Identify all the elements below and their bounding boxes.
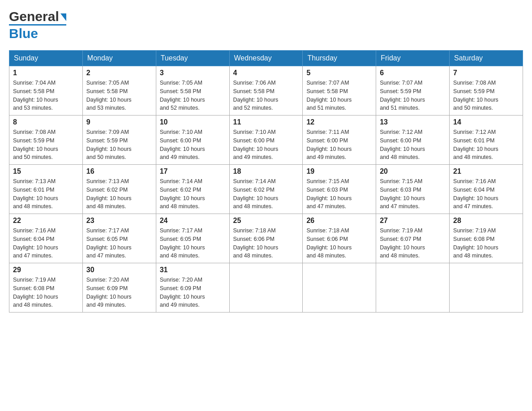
day-number: 1	[13, 69, 79, 77]
day-cell-31: 31Sunrise: 7:20 AMSunset: 6:09 PMDayligh…	[156, 263, 229, 313]
day-cell-18: 18Sunrise: 7:14 AMSunset: 6:02 PMDayligh…	[229, 165, 303, 214]
day-info: Sunrise: 7:12 AMSunset: 6:00 PMDaylight:…	[380, 128, 446, 162]
day-info: Sunrise: 7:16 AMSunset: 6:04 PMDaylight:…	[453, 177, 519, 211]
day-number: 13	[380, 118, 446, 126]
day-cell-9: 9Sunrise: 7:09 AMSunset: 5:59 PMDaylight…	[82, 116, 156, 165]
day-info: Sunrise: 7:14 AMSunset: 6:02 PMDaylight:…	[160, 177, 226, 211]
day-cell-28: 28Sunrise: 7:19 AMSunset: 6:08 PMDayligh…	[450, 214, 523, 263]
day-cell-16: 16Sunrise: 7:13 AMSunset: 6:02 PMDayligh…	[82, 165, 156, 214]
day-number: 7	[453, 69, 519, 77]
day-cell-5: 5Sunrise: 7:07 AMSunset: 5:58 PMDaylight…	[303, 66, 376, 116]
day-info: Sunrise: 7:18 AMSunset: 6:06 PMDaylight:…	[233, 227, 299, 260]
day-info: Sunrise: 7:08 AMSunset: 5:59 PMDaylight:…	[453, 79, 519, 112]
day-number: 28	[453, 217, 519, 225]
day-number: 10	[160, 118, 226, 126]
day-info: Sunrise: 7:20 AMSunset: 6:09 PMDaylight:…	[160, 276, 226, 309]
weekday-header-monday: Monday	[82, 51, 156, 66]
day-cell-24: 24Sunrise: 7:17 AMSunset: 6:05 PMDayligh…	[156, 214, 229, 263]
empty-cell	[376, 263, 450, 313]
day-info: Sunrise: 7:05 AMSunset: 5:58 PMDaylight:…	[86, 79, 152, 112]
week-row-3: 15Sunrise: 7:13 AMSunset: 6:01 PMDayligh…	[9, 165, 523, 214]
day-info: Sunrise: 7:06 AMSunset: 5:58 PMDaylight:…	[233, 79, 299, 112]
day-info: Sunrise: 7:13 AMSunset: 6:01 PMDaylight:…	[13, 177, 79, 211]
day-cell-17: 17Sunrise: 7:14 AMSunset: 6:02 PMDayligh…	[156, 165, 229, 214]
day-info: Sunrise: 7:19 AMSunset: 6:07 PMDaylight:…	[380, 227, 446, 260]
day-number: 12	[306, 118, 372, 126]
day-cell-27: 27Sunrise: 7:19 AMSunset: 6:07 PMDayligh…	[376, 214, 450, 263]
day-info: Sunrise: 7:04 AMSunset: 5:58 PMDaylight:…	[13, 79, 79, 112]
day-info: Sunrise: 7:14 AMSunset: 6:02 PMDaylight:…	[233, 177, 299, 211]
weekday-header-tuesday: Tuesday	[156, 51, 229, 66]
day-number: 5	[306, 69, 372, 77]
logo: General Blue	[9, 9, 66, 41]
day-info: Sunrise: 7:13 AMSunset: 6:02 PMDaylight:…	[86, 177, 152, 211]
logo-blue: Blue	[9, 26, 38, 41]
week-row-2: 8Sunrise: 7:08 AMSunset: 5:59 PMDaylight…	[9, 116, 523, 165]
weekday-header-thursday: Thursday	[303, 51, 376, 66]
day-info: Sunrise: 7:17 AMSunset: 6:05 PMDaylight:…	[86, 227, 152, 260]
day-cell-13: 13Sunrise: 7:12 AMSunset: 6:00 PMDayligh…	[376, 116, 450, 165]
day-number: 4	[233, 69, 299, 77]
day-number: 31	[160, 266, 226, 274]
day-cell-12: 12Sunrise: 7:11 AMSunset: 6:00 PMDayligh…	[303, 116, 376, 165]
day-info: Sunrise: 7:15 AMSunset: 6:03 PMDaylight:…	[380, 177, 446, 211]
day-number: 9	[86, 118, 152, 126]
weekday-header-friday: Friday	[376, 51, 450, 66]
day-number: 11	[233, 118, 299, 126]
day-info: Sunrise: 7:12 AMSunset: 6:01 PMDaylight:…	[453, 128, 519, 162]
day-info: Sunrise: 7:19 AMSunset: 6:08 PMDaylight:…	[453, 227, 519, 260]
day-number: 14	[453, 118, 519, 126]
page-header: General Blue	[9, 9, 523, 41]
day-number: 21	[453, 167, 519, 176]
day-info: Sunrise: 7:10 AMSunset: 6:00 PMDaylight:…	[233, 128, 299, 162]
day-cell-2: 2Sunrise: 7:05 AMSunset: 5:58 PMDaylight…	[82, 66, 156, 116]
day-info: Sunrise: 7:10 AMSunset: 6:00 PMDaylight:…	[160, 128, 226, 162]
day-number: 30	[86, 266, 152, 274]
day-number: 17	[160, 167, 226, 176]
day-number: 24	[160, 217, 226, 225]
day-cell-3: 3Sunrise: 7:05 AMSunset: 5:58 PMDaylight…	[156, 66, 229, 116]
logo-general: General	[9, 9, 59, 24]
day-number: 26	[306, 217, 372, 225]
day-cell-22: 22Sunrise: 7:16 AMSunset: 6:04 PMDayligh…	[9, 214, 83, 263]
week-row-4: 22Sunrise: 7:16 AMSunset: 6:04 PMDayligh…	[9, 214, 523, 263]
day-number: 8	[13, 118, 79, 126]
day-cell-19: 19Sunrise: 7:15 AMSunset: 6:03 PMDayligh…	[303, 165, 376, 214]
day-number: 16	[86, 167, 152, 176]
day-cell-26: 26Sunrise: 7:18 AMSunset: 6:06 PMDayligh…	[303, 214, 376, 263]
day-cell-10: 10Sunrise: 7:10 AMSunset: 6:00 PMDayligh…	[156, 116, 229, 165]
day-number: 23	[86, 217, 152, 225]
day-info: Sunrise: 7:18 AMSunset: 6:06 PMDaylight:…	[306, 227, 372, 260]
day-cell-8: 8Sunrise: 7:08 AMSunset: 5:59 PMDaylight…	[9, 116, 83, 165]
day-number: 25	[233, 217, 299, 225]
week-row-1: 1Sunrise: 7:04 AMSunset: 5:58 PMDaylight…	[9, 66, 523, 116]
day-number: 20	[380, 167, 446, 176]
day-info: Sunrise: 7:20 AMSunset: 6:09 PMDaylight:…	[86, 276, 152, 309]
day-cell-15: 15Sunrise: 7:13 AMSunset: 6:01 PMDayligh…	[9, 165, 83, 214]
day-info: Sunrise: 7:05 AMSunset: 5:58 PMDaylight:…	[160, 79, 226, 112]
empty-cell	[303, 263, 376, 313]
day-info: Sunrise: 7:07 AMSunset: 5:59 PMDaylight:…	[380, 79, 446, 112]
day-cell-7: 7Sunrise: 7:08 AMSunset: 5:59 PMDaylight…	[450, 66, 523, 116]
day-cell-20: 20Sunrise: 7:15 AMSunset: 6:03 PMDayligh…	[376, 165, 450, 214]
day-number: 18	[233, 167, 299, 176]
day-info: Sunrise: 7:09 AMSunset: 5:59 PMDaylight:…	[86, 128, 152, 162]
day-info: Sunrise: 7:16 AMSunset: 6:04 PMDaylight:…	[13, 227, 79, 260]
day-cell-14: 14Sunrise: 7:12 AMSunset: 6:01 PMDayligh…	[450, 116, 523, 165]
weekday-header-wednesday: Wednesday	[229, 51, 303, 66]
day-number: 3	[160, 69, 226, 77]
day-cell-30: 30Sunrise: 7:20 AMSunset: 6:09 PMDayligh…	[82, 263, 156, 313]
day-cell-6: 6Sunrise: 7:07 AMSunset: 5:59 PMDaylight…	[376, 66, 450, 116]
day-info: Sunrise: 7:11 AMSunset: 6:00 PMDaylight:…	[306, 128, 372, 162]
day-info: Sunrise: 7:19 AMSunset: 6:08 PMDaylight:…	[13, 276, 79, 309]
empty-cell	[229, 263, 303, 313]
day-cell-23: 23Sunrise: 7:17 AMSunset: 6:05 PMDayligh…	[82, 214, 156, 263]
day-number: 22	[13, 217, 79, 225]
day-info: Sunrise: 7:17 AMSunset: 6:05 PMDaylight:…	[160, 227, 226, 260]
day-cell-29: 29Sunrise: 7:19 AMSunset: 6:08 PMDayligh…	[9, 263, 83, 313]
logo-arrow-icon	[60, 13, 66, 21]
day-cell-11: 11Sunrise: 7:10 AMSunset: 6:00 PMDayligh…	[229, 116, 303, 165]
day-number: 6	[380, 69, 446, 77]
calendar-table: SundayMondayTuesdayWednesdayThursdayFrid…	[9, 50, 523, 313]
day-number: 15	[13, 167, 79, 176]
